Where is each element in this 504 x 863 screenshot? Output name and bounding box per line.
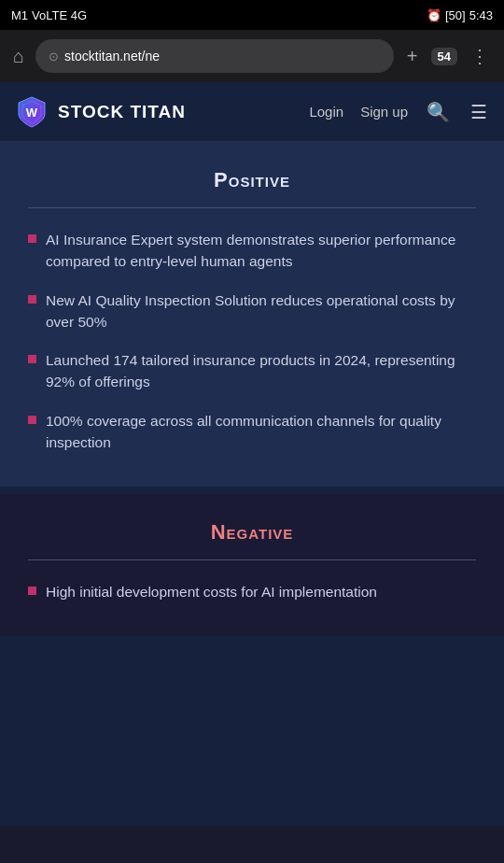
- site-logo: W STOCK TITAN: [15, 95, 309, 129]
- positive-section: Positive AI Insurance Expert system demo…: [0, 142, 504, 487]
- signup-link[interactable]: Sign up: [360, 104, 408, 120]
- negative-section-title: Negative: [28, 520, 476, 545]
- positive-section-title: Positive: [28, 168, 476, 192]
- negative-divider: [28, 559, 476, 560]
- list-item: Launched 174 tailored insurance products…: [28, 349, 476, 393]
- bullet-text: High initial development costs for AI im…: [46, 581, 377, 602]
- list-item: 100% coverage across all communication c…: [28, 410, 476, 454]
- tab-count-button[interactable]: 54: [431, 48, 457, 65]
- bullet-text: 100% coverage across all communication c…: [46, 410, 476, 454]
- list-item: New AI Quality Inspection Solution reduc…: [28, 290, 476, 333]
- site-nav: Login Sign up 🔍 ☰: [309, 99, 489, 125]
- url-text: stocktitan.net/ne: [64, 49, 160, 64]
- carrier-text: M1: [11, 8, 28, 22]
- list-item: High initial development costs for AI im…: [28, 581, 476, 602]
- browser-chrome: ⌂ ⊙ stocktitan.net/ne + 54 ⋮: [0, 30, 504, 82]
- svg-text:W: W: [26, 106, 38, 120]
- battery-indicator: [50]: [445, 8, 466, 22]
- site-title: STOCK TITAN: [58, 102, 186, 122]
- browser-menu-button[interactable]: ⋮: [465, 41, 495, 71]
- positive-bullet-list: AI Insurance Expert system demonstrates …: [28, 229, 476, 453]
- browser-home-button[interactable]: ⌂: [9, 42, 28, 71]
- menu-icon[interactable]: ☰: [469, 99, 489, 125]
- status-bar: M1 VoLTE 4G ⏰ [50] 5:43: [0, 0, 504, 30]
- login-link[interactable]: Login: [309, 104, 343, 120]
- negative-bullet-list: High initial development costs for AI im…: [28, 581, 476, 602]
- security-icon: ⊙: [49, 50, 59, 64]
- alarm-icon: ⏰: [427, 8, 441, 22]
- logo-icon: W: [15, 95, 49, 129]
- main-content: Positive AI Insurance Expert system demo…: [0, 142, 504, 826]
- new-tab-button[interactable]: +: [401, 42, 424, 71]
- time-display: 5:43: [469, 8, 493, 22]
- home-icon: ⌂: [13, 46, 24, 66]
- list-item: AI Insurance Expert system demonstrates …: [28, 229, 476, 273]
- status-right: ⏰ [50] 5:43: [427, 8, 493, 22]
- status-left: M1 VoLTE 4G: [11, 8, 87, 22]
- positive-divider: [28, 207, 476, 208]
- negative-section: Negative High initial development costs …: [0, 494, 504, 636]
- bullet-icon: [28, 587, 36, 595]
- bullet-text: Launched 174 tailored insurance products…: [46, 349, 476, 393]
- network-type: VoLTE 4G: [32, 8, 87, 22]
- bullet-icon: [28, 234, 36, 243]
- browser-url-bar[interactable]: ⊙ stocktitan.net/ne: [35, 39, 394, 73]
- bullet-icon: [28, 416, 36, 424]
- bullet-icon: [28, 355, 36, 363]
- bullet-text: New AI Quality Inspection Solution reduc…: [46, 290, 476, 333]
- search-icon[interactable]: 🔍: [425, 99, 452, 125]
- bullet-text: AI Insurance Expert system demonstrates …: [46, 229, 476, 273]
- bullet-icon: [28, 295, 36, 304]
- site-header: W STOCK TITAN Login Sign up 🔍 ☰: [0, 82, 504, 142]
